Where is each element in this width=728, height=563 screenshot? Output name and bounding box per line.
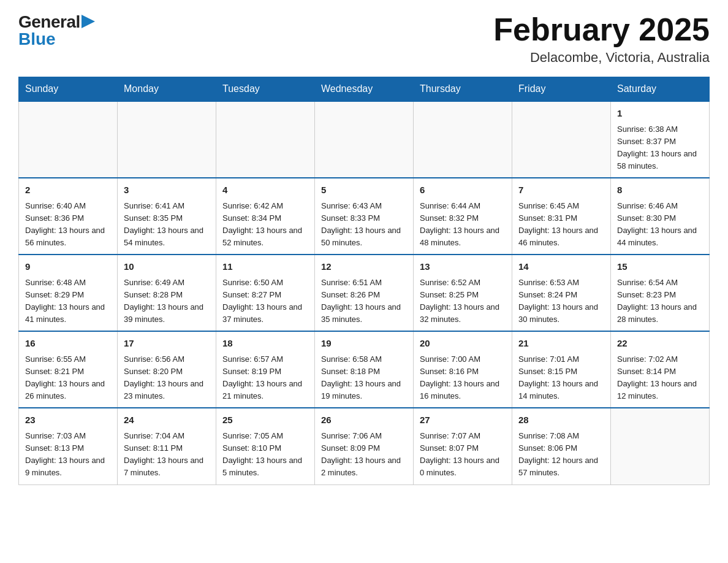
- day-number: 16: [25, 337, 111, 351]
- calendar-cell: 5Sunrise: 6:43 AM Sunset: 8:33 PM Daylig…: [315, 178, 414, 255]
- logo: General Blue: [18, 12, 95, 49]
- day-info: Sunrise: 6:50 AM Sunset: 8:27 PM Dayligh…: [222, 278, 302, 324]
- calendar-cell: [512, 101, 611, 178]
- day-number: 18: [222, 337, 308, 351]
- calendar-cell: 20Sunrise: 7:00 AM Sunset: 8:16 PM Dayli…: [414, 331, 512, 408]
- day-info: Sunrise: 6:56 AM Sunset: 8:20 PM Dayligh…: [124, 354, 203, 400]
- calendar-subtitle: Delacombe, Victoria, Australia: [493, 50, 710, 66]
- day-info: Sunrise: 6:55 AM Sunset: 8:21 PM Dayligh…: [25, 354, 105, 400]
- calendar-cell: 7Sunrise: 6:45 AM Sunset: 8:31 PM Daylig…: [512, 178, 611, 255]
- calendar-cell: 27Sunrise: 7:07 AM Sunset: 8:07 PM Dayli…: [414, 408, 512, 484]
- day-number: 14: [518, 260, 604, 274]
- day-number: 9: [25, 260, 111, 274]
- day-number: 10: [124, 260, 210, 274]
- calendar-cell: [216, 101, 315, 178]
- day-number: 3: [124, 183, 210, 197]
- calendar-cell: 26Sunrise: 7:06 AM Sunset: 8:09 PM Dayli…: [315, 408, 414, 484]
- day-number: 4: [222, 183, 308, 197]
- calendar-title-block: February 2025 Delacombe, Victoria, Austr…: [493, 12, 710, 66]
- day-number: 17: [124, 337, 210, 351]
- calendar-week-row: 16Sunrise: 6:55 AM Sunset: 8:21 PM Dayli…: [19, 331, 710, 408]
- calendar-week-row: 2Sunrise: 6:40 AM Sunset: 8:36 PM Daylig…: [19, 178, 710, 255]
- day-info: Sunrise: 7:00 AM Sunset: 8:16 PM Dayligh…: [420, 354, 499, 400]
- calendar-week-row: 9Sunrise: 6:48 AM Sunset: 8:29 PM Daylig…: [19, 255, 710, 331]
- calendar-cell: 12Sunrise: 6:51 AM Sunset: 8:26 PM Dayli…: [315, 255, 414, 331]
- calendar-cell: 9Sunrise: 6:48 AM Sunset: 8:29 PM Daylig…: [19, 255, 118, 331]
- day-info: Sunrise: 6:58 AM Sunset: 8:18 PM Dayligh…: [321, 354, 401, 400]
- calendar-cell: 15Sunrise: 6:54 AM Sunset: 8:23 PM Dayli…: [611, 255, 710, 331]
- day-number: 15: [617, 260, 703, 274]
- calendar-cell: 3Sunrise: 6:41 AM Sunset: 8:35 PM Daylig…: [118, 178, 216, 255]
- day-info: Sunrise: 6:46 AM Sunset: 8:30 PM Dayligh…: [617, 201, 697, 247]
- calendar-cell: 13Sunrise: 6:52 AM Sunset: 8:25 PM Dayli…: [414, 255, 512, 331]
- day-number: 2: [25, 183, 111, 197]
- day-info: Sunrise: 6:41 AM Sunset: 8:35 PM Dayligh…: [124, 201, 203, 247]
- calendar-title: February 2025: [493, 12, 710, 47]
- calendar-cell: 6Sunrise: 6:44 AM Sunset: 8:32 PM Daylig…: [414, 178, 512, 255]
- day-info: Sunrise: 6:57 AM Sunset: 8:19 PM Dayligh…: [222, 354, 302, 400]
- calendar-cell: [611, 408, 710, 484]
- day-info: Sunrise: 6:53 AM Sunset: 8:24 PM Dayligh…: [518, 278, 598, 324]
- day-number: 24: [124, 413, 210, 427]
- logo-flag-icon: [82, 15, 95, 28]
- day-info: Sunrise: 7:07 AM Sunset: 8:07 PM Dayligh…: [420, 431, 499, 477]
- day-number: 7: [518, 183, 604, 197]
- day-number: 23: [25, 413, 111, 427]
- day-info: Sunrise: 6:48 AM Sunset: 8:29 PM Dayligh…: [25, 278, 105, 324]
- calendar-cell: [19, 101, 118, 178]
- svg-marker-0: [82, 15, 95, 28]
- day-number: 28: [518, 413, 604, 427]
- calendar-cell: [315, 101, 414, 178]
- day-info: Sunrise: 7:02 AM Sunset: 8:14 PM Dayligh…: [617, 354, 697, 400]
- calendar-cell: 21Sunrise: 7:01 AM Sunset: 8:15 PM Dayli…: [512, 331, 611, 408]
- day-number: 25: [222, 413, 308, 427]
- calendar-cell: 8Sunrise: 6:46 AM Sunset: 8:30 PM Daylig…: [611, 178, 710, 255]
- calendar-header-row: SundayMondayTuesdayWednesdayThursdayFrid…: [19, 77, 710, 102]
- calendar-day-header: Wednesday: [315, 77, 414, 102]
- day-info: Sunrise: 7:06 AM Sunset: 8:09 PM Dayligh…: [321, 431, 401, 477]
- day-info: Sunrise: 6:45 AM Sunset: 8:31 PM Dayligh…: [518, 201, 598, 247]
- day-info: Sunrise: 6:44 AM Sunset: 8:32 PM Dayligh…: [420, 201, 499, 247]
- day-number: 13: [420, 260, 506, 274]
- calendar-cell: 1Sunrise: 6:38 AM Sunset: 8:37 PM Daylig…: [611, 101, 710, 178]
- calendar-cell: 19Sunrise: 6:58 AM Sunset: 8:18 PM Dayli…: [315, 331, 414, 408]
- day-info: Sunrise: 6:52 AM Sunset: 8:25 PM Dayligh…: [420, 278, 499, 324]
- day-number: 26: [321, 413, 407, 427]
- day-info: Sunrise: 7:05 AM Sunset: 8:10 PM Dayligh…: [222, 431, 302, 477]
- day-info: Sunrise: 6:43 AM Sunset: 8:33 PM Dayligh…: [321, 201, 401, 247]
- day-info: Sunrise: 7:04 AM Sunset: 8:11 PM Dayligh…: [124, 431, 203, 477]
- day-number: 20: [420, 337, 506, 351]
- day-info: Sunrise: 6:40 AM Sunset: 8:36 PM Dayligh…: [25, 201, 105, 247]
- calendar-day-header: Saturday: [611, 77, 710, 102]
- day-number: 11: [222, 260, 308, 274]
- calendar-day-header: Monday: [118, 77, 216, 102]
- day-number: 8: [617, 183, 703, 197]
- calendar-cell: 17Sunrise: 6:56 AM Sunset: 8:20 PM Dayli…: [118, 331, 216, 408]
- day-info: Sunrise: 7:03 AM Sunset: 8:13 PM Dayligh…: [25, 431, 105, 477]
- calendar-cell: 24Sunrise: 7:04 AM Sunset: 8:11 PM Dayli…: [118, 408, 216, 484]
- calendar-day-header: Tuesday: [216, 77, 315, 102]
- calendar-cell: 16Sunrise: 6:55 AM Sunset: 8:21 PM Dayli…: [19, 331, 118, 408]
- calendar-cell: 11Sunrise: 6:50 AM Sunset: 8:27 PM Dayli…: [216, 255, 315, 331]
- day-number: 21: [518, 337, 604, 351]
- day-number: 22: [617, 337, 703, 351]
- calendar-cell: 2Sunrise: 6:40 AM Sunset: 8:36 PM Daylig…: [19, 178, 118, 255]
- calendar-cell: 22Sunrise: 7:02 AM Sunset: 8:14 PM Dayli…: [611, 331, 710, 408]
- day-number: 12: [321, 260, 407, 274]
- calendar-day-header: Sunday: [19, 77, 118, 102]
- day-info: Sunrise: 6:42 AM Sunset: 8:34 PM Dayligh…: [222, 201, 302, 247]
- calendar-week-row: 1Sunrise: 6:38 AM Sunset: 8:37 PM Daylig…: [19, 101, 710, 178]
- calendar-table: SundayMondayTuesdayWednesdayThursdayFrid…: [18, 77, 710, 484]
- day-number: 27: [420, 413, 506, 427]
- day-info: Sunrise: 7:01 AM Sunset: 8:15 PM Dayligh…: [518, 354, 598, 400]
- calendar-week-row: 23Sunrise: 7:03 AM Sunset: 8:13 PM Dayli…: [19, 408, 710, 484]
- day-number: 19: [321, 337, 407, 351]
- page-header: General Blue February 2025 Delacombe, Vi…: [18, 12, 710, 66]
- calendar-cell: 18Sunrise: 6:57 AM Sunset: 8:19 PM Dayli…: [216, 331, 315, 408]
- calendar-cell: [118, 101, 216, 178]
- day-info: Sunrise: 6:49 AM Sunset: 8:28 PM Dayligh…: [124, 278, 203, 324]
- calendar-day-header: Thursday: [414, 77, 512, 102]
- day-number: 5: [321, 183, 407, 197]
- calendar-cell: 14Sunrise: 6:53 AM Sunset: 8:24 PM Dayli…: [512, 255, 611, 331]
- calendar-day-header: Friday: [512, 77, 611, 102]
